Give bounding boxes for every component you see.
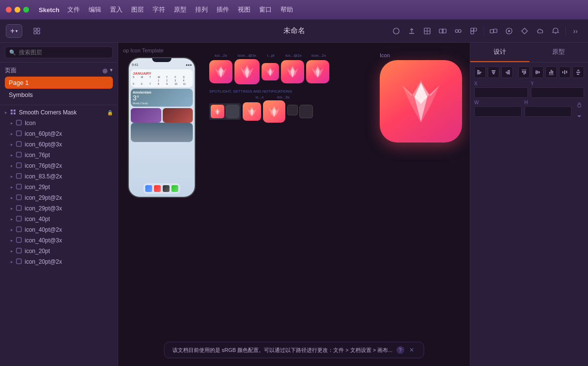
spotlight-icon-1	[211, 105, 224, 118]
fox-logo-svg	[213, 64, 229, 80]
chevron-icon: ▸	[11, 121, 13, 126]
chevron-icon: ▸	[11, 238, 13, 243]
layer-icon-40-3x[interactable]: ▸ icon_40pt@3x	[0, 235, 118, 246]
toolbar-icon-group[interactable]	[451, 24, 465, 38]
add-page-icon[interactable]: ⊕	[102, 67, 108, 75]
lock-ratio-button[interactable]	[574, 100, 584, 110]
artboard-icon	[16, 120, 22, 127]
chevron-icon: ▸	[11, 185, 13, 190]
layer-icon-29-2x[interactable]: ▸ icon_29pt@2x	[0, 192, 118, 203]
menu-view[interactable]: 视图	[238, 5, 250, 14]
layer-icon-40-2x[interactable]: ▸ icon_40pt@2x	[0, 224, 118, 235]
layer-name: icon_60pt@2x	[25, 130, 113, 137]
chevron-icon: ▸	[11, 163, 13, 168]
svg-rect-65	[492, 72, 495, 73]
chevron-icon: ▸	[11, 174, 13, 179]
align-top-button[interactable]	[518, 66, 530, 78]
add-button[interactable]: + ▾	[6, 24, 22, 38]
svg-rect-5	[409, 33, 414, 34]
icon-label-2: icon...@3x	[234, 53, 260, 58]
menu-prototype[interactable]: 原型	[174, 5, 186, 14]
align-left-button[interactable]	[474, 66, 486, 78]
w-input[interactable]	[474, 106, 522, 117]
svg-marker-90	[577, 115, 581, 117]
menu-arrange[interactable]: 排列	[195, 5, 208, 14]
layer-icon-29pt[interactable]: ▸ icon_29pt	[0, 182, 118, 192]
align-center-h-button[interactable]	[488, 66, 499, 78]
app-icon-3	[262, 63, 279, 80]
chevron-icon: ▸	[11, 131, 13, 136]
align-distribute-v-button[interactable]	[573, 66, 584, 78]
menu-insert[interactable]: 置入	[110, 5, 123, 14]
tab-design[interactable]: 设计	[470, 43, 529, 62]
h-input[interactable]	[525, 106, 572, 117]
menu-layer[interactable]: 图层	[131, 5, 144, 14]
toolbar-icon-upload[interactable]	[405, 24, 418, 38]
menu-edit[interactable]: 编辑	[89, 5, 101, 14]
layer-icon-76-2x[interactable]: ▸ icon_76pt@2x	[0, 160, 118, 171]
align-center-v-button[interactable]	[532, 66, 543, 78]
pages-chevron-icon[interactable]: ▾	[110, 67, 113, 75]
align-distribute-h-button[interactable]	[559, 66, 571, 78]
notification-close-button[interactable]: ✕	[408, 346, 416, 354]
phone-signal: ●●●	[186, 63, 192, 66]
canvas[interactable]: op Icon Template 9:41 ●●● JANUARY	[118, 43, 470, 366]
close-button[interactable]	[6, 7, 12, 13]
layout-icon-1[interactable]	[30, 24, 44, 38]
align-right-button[interactable]	[501, 66, 513, 78]
layer-name: icon_29pt	[25, 184, 113, 191]
artboard-icon	[16, 173, 22, 180]
search-box[interactable]: 🔍	[5, 47, 113, 58]
toolbar-separator	[483, 26, 484, 36]
layer-icon-29-3x[interactable]: ▸ icon_29pt@3x	[0, 203, 118, 214]
sidebar-item-page1[interactable]: Page 1	[5, 77, 113, 89]
layer-icon-76pt[interactable]: ▸ icon_76pt	[0, 150, 118, 160]
toolbar-icon-mask[interactable]	[502, 24, 516, 38]
layer-icon-60-2x[interactable]: ▸ icon_60pt@2x	[0, 128, 118, 139]
layer-name: icon_83.5@2x	[25, 173, 113, 180]
toolbar-icon-cloud[interactable]	[533, 24, 547, 38]
align-bottom-button[interactable]	[545, 66, 557, 78]
minimize-button[interactable]	[15, 7, 20, 13]
svg-rect-61	[478, 72, 481, 73]
layer-name: icon_20pt@2x	[25, 258, 113, 265]
small-icon-group	[287, 105, 313, 118]
app-icon-4	[281, 60, 304, 83]
menu-text[interactable]: 字符	[153, 5, 165, 14]
menu-file[interactable]: 文件	[67, 5, 80, 14]
layer-icon-83-2x[interactable]: ▸ icon_83.5@2x	[0, 171, 118, 182]
toolbar-icon-slice[interactable]	[420, 24, 434, 38]
search-input[interactable]	[19, 49, 108, 56]
svg-rect-2	[34, 32, 36, 34]
artboard-icon	[16, 258, 22, 265]
menu-plugins[interactable]: 插件	[217, 5, 229, 14]
toolbar-icon-layers[interactable]	[467, 24, 480, 38]
chevron-icon: ▸	[11, 217, 13, 222]
layer-icon-60-3x[interactable]: ▸ icon_60pt@3x	[0, 139, 118, 150]
fullscreen-button[interactable]	[23, 7, 29, 13]
x-input[interactable]	[474, 87, 528, 98]
icon-label-3: i...pt	[262, 53, 280, 58]
layer-icon-20pt[interactable]: ▸ icon_20pt	[0, 246, 118, 256]
layer-icon-40pt[interactable]: ▸ icon_40pt	[0, 214, 118, 224]
notification-help-button[interactable]: ?	[396, 346, 404, 354]
menu-window[interactable]: 窗口	[259, 5, 272, 14]
layer-icon-20-2x[interactable]: ▸ icon_20pt@2x	[0, 256, 118, 267]
spotlight-icon-4	[263, 100, 285, 123]
menu-help[interactable]: 帮助	[280, 5, 293, 14]
toolbar-icon-boolean[interactable]	[487, 24, 500, 38]
toolbar-icon-more[interactable]: ››	[569, 24, 582, 38]
toolbar-icon-notification[interactable]	[549, 24, 562, 38]
sidebar-item-symbols[interactable]: Symbols	[5, 89, 113, 101]
tab-prototype[interactable]: 原型	[529, 43, 588, 62]
spotlight-row-labels: ic...x ico...3x	[209, 95, 364, 99]
toolbar-icon-oval[interactable]	[389, 24, 403, 38]
layer-icon[interactable]: ▸ Icon	[0, 118, 118, 128]
spotlight-label: SPOTLIGHT, SETTINGS AND NOTIFICATIONS	[209, 89, 364, 94]
toolbar: + ▾ 未命名	[0, 19, 588, 43]
y-input[interactable]	[531, 87, 585, 98]
layer-smooth-corners[interactable]: ▸ Smooth Corners Mask 🔒	[0, 107, 118, 118]
flip-button[interactable]	[574, 111, 584, 121]
toolbar-icon-transform[interactable]	[436, 24, 449, 38]
toolbar-icon-component[interactable]	[518, 24, 531, 38]
